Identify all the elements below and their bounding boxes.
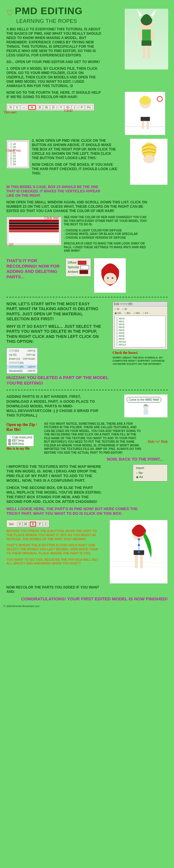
annot-click: Click! bbox=[65, 108, 73, 113]
color-swatch-panel[interactable]: Diffuse Specular Ambient bbox=[66, 258, 91, 277]
materials-list-panel[interactable]: Click 'em! ←23! bbox=[6, 217, 61, 246]
svg-rect-20 bbox=[144, 409, 148, 414]
tips-outro: SPECULAR IS USED TO MAKE THE HAIR LOOK S… bbox=[64, 242, 151, 253]
svg-rect-6 bbox=[151, 30, 154, 41]
annot-clickem: Click 'em! bbox=[44, 216, 59, 220]
step1-text: 1. OPEN UP A MODEL BY CLICKING FILE, THE… bbox=[6, 66, 102, 88]
orange3: YOU WANT TO DO THIS, BECAUSE THE PHYSICS… bbox=[6, 558, 99, 566]
svg-rect-10 bbox=[141, 108, 149, 117]
tabs-row[interactable]: HV— M BIKD YIGJ PPo bbox=[6, 103, 94, 111]
tips-list: - CHOOSE A LIGHT COLOR FOR DIFFUSE - CHO… bbox=[64, 229, 151, 240]
mmd-mall-illustration: Come to the MMD Mall! bbox=[124, 394, 168, 417]
rin-model-preview bbox=[125, 92, 165, 135]
step3-text: NOW OPEN THE SMALL WINDOW AGAIN, AND SCR… bbox=[6, 200, 151, 213]
checkbox-panel[interactable]: 1819202122232425 Check 'em bbox=[6, 140, 30, 169]
svg-point-16 bbox=[104, 273, 117, 284]
edit-panel-title: Edit □□□□□(B) bbox=[113, 302, 167, 306]
sorry-text: SORRY ABOUT THE BOX SYMBOLS. MY COMPUTER… bbox=[113, 356, 165, 366]
edit-panel[interactable]: Edit □□□□□(B) ○ Si○ St ◉ MA ○ BO ○ MO ○ … bbox=[113, 302, 168, 349]
add3: NOW, BACK TO THE POINT... bbox=[6, 457, 163, 462]
svg-rect-26 bbox=[135, 555, 138, 568]
add4: I IMPORTED THE TEXTURES INTO THE MAP WHE… bbox=[6, 464, 102, 483]
final1: NOW RECOLOR THE PARTS YOU ADDED IF YOU W… bbox=[6, 585, 102, 594]
intro-text: A BIG HELLO TO EVERYONE! THIS TUTORIAL I… bbox=[6, 27, 102, 58]
svg-rect-1 bbox=[142, 30, 151, 40]
orange1: BEFORE YOU PRESS THE B BUTTON, MOVE THE … bbox=[6, 529, 99, 541]
svg-rect-13 bbox=[146, 121, 149, 129]
heart-icon: ♡ bbox=[6, 8, 14, 18]
add1: ADDING PARTS IS A BIT HARDER. FIRST, DOW… bbox=[6, 394, 102, 418]
annot-thisfile: this is in my file bbox=[6, 446, 41, 451]
huzzah: HUZZAH! YOU DELETED A PART OF THE MODEL … bbox=[6, 375, 122, 386]
footer-credit: © Jekentmeniet.deviantart.com bbox=[3, 605, 40, 608]
open-editor-text: SO... OPEN UP YOUR PMD EDITOR AND GET TO… bbox=[6, 60, 102, 64]
svg-rect-3 bbox=[143, 46, 146, 58]
svg-point-18 bbox=[111, 277, 114, 279]
delete1: NOW, LET'S START WITH THE MOST EASY PART… bbox=[6, 302, 102, 322]
material-list[interactable]: MA0MA1MA2 MA3MA4MA5 MA6MA8MA10 MA12 bbox=[115, 316, 166, 347]
orange2: THAT'S WHERE THE B BUTTON IS FOR! HOLD S… bbox=[6, 544, 99, 555]
step1b-text: NOW GO TO THE FOURTH TAB, HERE. IT SHOUL… bbox=[6, 91, 102, 99]
step2b-text: NOW CHECK ONE OF THE BOXES. IF YOU HAVE … bbox=[32, 163, 119, 176]
svg-rect-2 bbox=[142, 40, 151, 46]
import-title: import bbox=[136, 466, 165, 470]
annot-checkem: Check 'em bbox=[6, 149, 21, 152]
page-title: PMD EDITING bbox=[15, 5, 83, 17]
annot-blah: Blah ^o^ Blah bbox=[148, 439, 168, 444]
annot-23: ←23! bbox=[5, 242, 14, 247]
svg-rect-5 bbox=[139, 30, 142, 41]
svg-point-15 bbox=[143, 155, 155, 163]
import-nw[interactable]: ○ Nw bbox=[136, 471, 165, 474]
add5: CHECK THE SECOND BOX, OR ELSE THE PART W… bbox=[6, 486, 102, 504]
menu-delete-option[interactable]: □□□□□□□(P)Ctrl+P bbox=[7, 365, 38, 369]
recolor-done: THAT'S IT FOR RECOLORING! NOW FOR ADDING… bbox=[6, 258, 65, 280]
svg-rect-4 bbox=[147, 46, 150, 58]
svg-rect-27 bbox=[140, 555, 143, 568]
congrats: CONGRATULATIONS! YOUR FIRST EDITED MODEL… bbox=[6, 596, 168, 602]
pink-box23: IN THIS MODEL'S CASE, BOX 23 SHOULD BE T… bbox=[6, 185, 102, 198]
context-menu[interactable]: □□□□(D)Ctrl+Q Up (S)Ctrl+Up Down (U)Ctrl… bbox=[6, 348, 38, 374]
delete2: WHY IS IT SO EASY? WELL... JUST SELECT T… bbox=[6, 324, 102, 344]
divider bbox=[6, 390, 168, 390]
file-list: 📄 Cute braid.pmd 🖼 t007.bmp 🖼 t008.bmp bbox=[6, 435, 34, 446]
character-illustration-1 bbox=[125, 9, 168, 69]
import-ad[interactable]: ◉ Ad bbox=[136, 475, 165, 478]
add6: WELL LOOKIE HERE, THE PART'S IN PMD NOW!… bbox=[6, 507, 151, 516]
svg-point-17 bbox=[107, 277, 109, 279]
import-panel[interactable]: import ○ Nw ◉ Ad bbox=[133, 464, 168, 482]
add2: AS YOU MIGHT NOTICE, SOMETHING ELSE, THE… bbox=[44, 422, 143, 455]
select-b-button[interactable]: B bbox=[30, 522, 36, 526]
step2-text: 2. NOW OPEN UP PMD VIEW. CLICK ON THE BU… bbox=[32, 138, 119, 160]
svg-rect-11 bbox=[141, 117, 150, 121]
annot-thisone: This one! bbox=[3, 110, 17, 115]
divider bbox=[6, 297, 168, 298]
tab-4[interactable]: M bbox=[29, 105, 35, 110]
tips-intro: SEE HOW THE COLOR OF HER HAIR CHANGED? Y… bbox=[64, 216, 151, 226]
svg-point-14 bbox=[157, 96, 163, 101]
hair-vertices-preview bbox=[130, 138, 168, 185]
svg-line-22 bbox=[110, 561, 168, 564]
annot-checkboxes: Check the boxes! bbox=[113, 351, 159, 355]
red-hair-preview bbox=[94, 258, 126, 293]
select-toolbar[interactable]: Sel: VM B PJ bbox=[6, 520, 49, 527]
final-model-preview bbox=[109, 520, 168, 584]
svg-rect-12 bbox=[142, 121, 144, 129]
annot-openzip: Open up the Zip / Rar file! bbox=[6, 422, 41, 432]
